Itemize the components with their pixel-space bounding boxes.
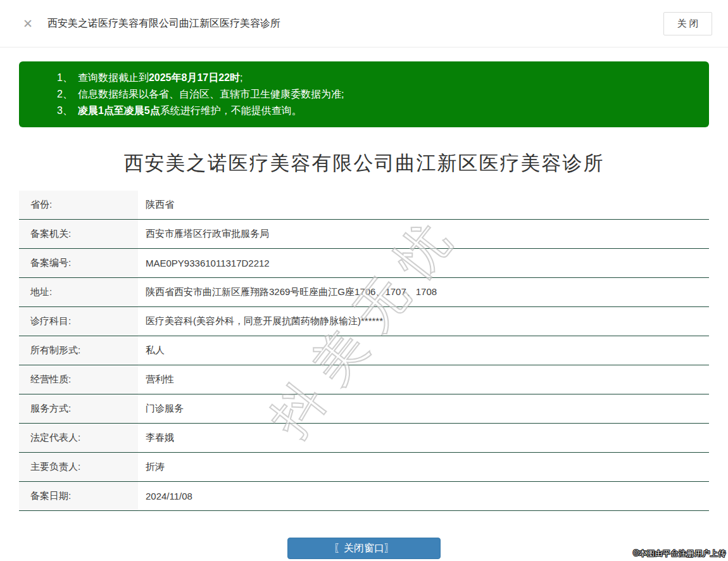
row-value: 私人: [138, 336, 709, 365]
copyright-text: ©本图由平台注册用户上传: [633, 548, 726, 559]
close-window-button[interactable]: 〖关闭窗口〗: [287, 538, 441, 559]
notice-line-number: 1、: [57, 72, 73, 83]
row-label: 经营性质:: [19, 365, 138, 394]
row-label: 备案机关:: [19, 220, 138, 248]
row-label: 所有制形式:: [19, 336, 138, 365]
main-content: 1、查询数据截止到2025年8月17日22时;2、信息数据结果以各省、自治区、直…: [0, 61, 728, 559]
row-label: 备案日期:: [19, 482, 138, 510]
table-row: 地址:陕西省西安市曲江新区雁翔路3269号旺座曲江G座1706、1707、170…: [19, 278, 709, 307]
notice-box: 1、查询数据截止到2025年8月17日22时;2、信息数据结果以各省、自治区、直…: [19, 61, 709, 127]
table-row: 省份:陕西省: [19, 191, 709, 220]
table-row: 所有制形式:私人: [19, 336, 709, 365]
row-label: 备案编号:: [19, 249, 138, 277]
table-row: 主要负责人:折涛: [19, 453, 709, 482]
row-label: 省份:: [19, 191, 138, 219]
row-label: 法定代表人:: [19, 424, 138, 452]
close-button[interactable]: 关 闭: [663, 12, 712, 35]
row-value: MAE0PY93361011317D2212: [138, 249, 709, 277]
table-row: 备案机关:西安市雁塔区行政审批服务局: [19, 220, 709, 249]
row-label: 服务方式:: [19, 394, 138, 423]
notice-line-number: 2、: [57, 89, 73, 99]
table-row: 诊疗科目:医疗美容科(美容外科，同意开展抗菌药物静脉输注)******: [19, 307, 709, 336]
table-row: 备案日期:2024/11/08: [19, 482, 709, 511]
notice-line: 2、信息数据结果以各省、自治区、直辖市卫生健康委数据为准;: [57, 86, 696, 103]
window-title: 西安美之诺医疗美容有限公司曲江新区医疗美容诊所: [47, 17, 280, 30]
page-title: 西安美之诺医疗美容有限公司曲江新区医疗美容诊所: [19, 150, 709, 177]
topbar: ✕ 西安美之诺医疗美容有限公司曲江新区医疗美容诊所 关 闭: [0, 0, 728, 47]
row-value: 门诊服务: [138, 394, 709, 423]
table-row: 备案编号:MAE0PY93361011317D2212: [19, 249, 709, 278]
row-value: 西安市雁塔区行政审批服务局: [138, 220, 709, 248]
notice-line: 3、凌晨1点至凌晨5点系统进行维护，不能提供查询。: [57, 103, 696, 119]
row-value: 2024/11/08: [138, 482, 709, 510]
info-table: 省份:陕西省备案机关:西安市雁塔区行政审批服务局备案编号:MAE0PY93361…: [19, 191, 709, 511]
row-label: 地址:: [19, 278, 138, 306]
table-row: 法定代表人:李春娥: [19, 424, 709, 453]
row-value: 陕西省西安市曲江新区雁翔路3269号旺座曲江G座1706、1707、1708: [138, 278, 709, 306]
row-value: 李春娥: [138, 424, 709, 452]
row-value: 营利性: [138, 365, 709, 394]
row-label: 诊疗科目:: [19, 307, 138, 336]
table-row: 经营性质:营利性: [19, 365, 709, 394]
row-value: 陕西省: [138, 191, 709, 219]
row-label: 主要负责人:: [19, 453, 138, 481]
close-x-icon[interactable]: ✕: [23, 18, 33, 30]
notice-line-number: 3、: [57, 105, 73, 116]
notice-line: 1、查询数据截止到2025年8月17日22时;: [57, 70, 696, 86]
row-value: 医疗美容科(美容外科，同意开展抗菌药物静脉输注)******: [138, 307, 709, 336]
bottom-button-area: 〖关闭窗口〗: [19, 538, 709, 559]
table-row: 服务方式:门诊服务: [19, 394, 709, 424]
row-value: 折涛: [138, 453, 709, 481]
